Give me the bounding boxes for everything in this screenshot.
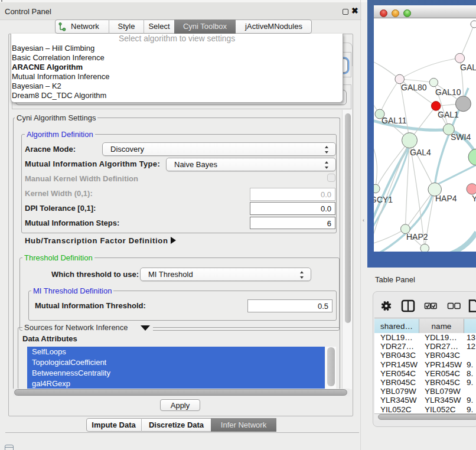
svg-text:GAL1: GAL1 <box>438 110 459 119</box>
svg-text:HAP4: HAP4 <box>435 194 457 203</box>
svg-text:GAL10: GAL10 <box>435 87 461 97</box>
svg-text:Y: Y <box>472 194 476 203</box>
svg-text:HAP2: HAP2 <box>406 232 428 242</box>
svg-text:SWI4: SWI4 <box>451 132 471 142</box>
svg-text:GAL11: GAL11 <box>382 116 407 125</box>
svg-text:GAL4: GAL4 <box>410 148 431 157</box>
svg-text:GCY1: GCY1 <box>374 195 393 204</box>
svg-text:GAL7: GAL7 <box>460 63 476 72</box>
svg-text:GAL80: GAL80 <box>401 83 427 92</box>
